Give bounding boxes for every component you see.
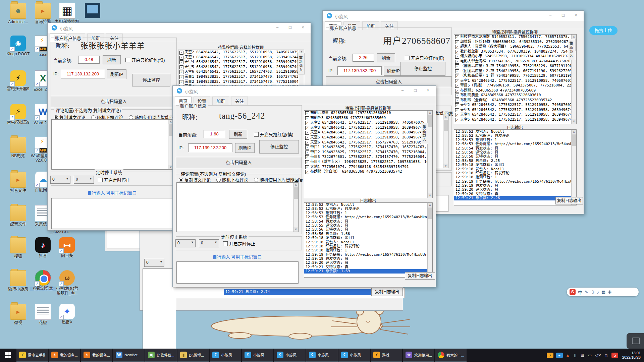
- checkbox-box[interactable]: [125, 58, 130, 62]
- refresh-button[interactable]: 刷新: [229, 130, 247, 139]
- group-row[interactable]: ✓天空2 6542846542, 1775622517, 5512910958,…: [178, 50, 304, 55]
- desktop-icon-weibo-whirlwind-folder[interactable]: 微博小旋风: [5, 270, 31, 292]
- scroll-up-arrow[interactable]: ∧: [428, 203, 432, 207]
- desktop-icon-sohu-folder[interactable]: 搜狐: [5, 237, 31, 259]
- window-titlebar[interactable]: 小旋风−□×: [173, 86, 436, 96]
- checked-checkbox-icon[interactable]: ✓: [455, 99, 459, 103]
- log-line[interactable]: 12:58:52 红包备注: 转发评论: [304, 207, 432, 211]
- checked-checkbox-icon[interactable]: ✓: [305, 121, 309, 125]
- chinese-mode-icon[interactable]: 中: [578, 289, 582, 295]
- log-scrollbar[interactable]: ∧∨: [427, 203, 432, 277]
- group-row[interactable]: ✓带目2 1984923825, 1775622517, 3734157470,…: [304, 150, 432, 155]
- checked-checkbox-icon[interactable]: ✓: [455, 35, 459, 39]
- group-row[interactable]: ✓天空4 6542846542, 1775622517, 5512910958,…: [304, 130, 432, 135]
- checked-checkbox-icon[interactable]: ✓: [455, 79, 459, 83]
- group-row[interactable]: ✓超家人｜真爱粉（各大项目） 5966596482, 7770252553, 6…: [454, 44, 576, 49]
- drag-upload-button[interactable]: 拖拽上传: [589, 26, 618, 35]
- checked-checkbox-icon[interactable]: ✓: [305, 160, 309, 164]
- balance-value[interactable]: 0.48: [78, 56, 100, 64]
- taskbar-item-9-bird[interactable]: ʕ小旋风: [274, 349, 306, 362]
- log-output-list[interactable]: 12:58:52 发包人: Ncoill12:58:52 红包备注: 转发评论1…: [304, 202, 433, 278]
- log-line[interactable]: 12:58:52 发包人: Ncoill: [454, 130, 576, 134]
- redpacket-only-checkbox[interactable]: 开启只抢红包(慎): [405, 55, 444, 61]
- log-line[interactable]: 12:58:53 任务链接: http://weibo.com/16592402…: [454, 142, 576, 146]
- checked-checkbox-icon[interactable]: ✓: [305, 141, 309, 145]
- scroll-up-arrow[interactable]: ∧: [572, 35, 576, 39]
- leidian-tray-icon[interactable]: ⚡: [547, 353, 553, 358]
- taskbar-item-7-bird[interactable]: ʕ小旋风: [210, 349, 241, 362]
- group-row[interactable]: ✓天空3 6542846542, 1775622517, 5512910958,…: [304, 125, 432, 130]
- log-line[interactable]: 12:59:19 任务链接: http://weibo.com/16574761…: [454, 180, 576, 184]
- night-mode-icon[interactable]: ☽: [591, 290, 595, 295]
- checked-checkbox-icon[interactable]: ✓: [305, 170, 309, 174]
- stop-monitor-button[interactable]: 停止监控: [132, 74, 170, 86]
- checked-checkbox-icon[interactable]: ✓: [305, 150, 309, 155]
- radio-circle-icon[interactable]: [179, 178, 183, 182]
- tab-关注[interactable]: 关注: [231, 97, 248, 105]
- log-line[interactable]: 12:59:18 红包备注: 转发评论: [454, 171, 576, 175]
- start-button[interactable]: [0, 349, 16, 362]
- fragment-log-highlight[interactable]: 12:59:21 总余额: 2.74: [224, 289, 372, 295]
- checked-checkbox-icon[interactable]: ✓: [305, 155, 309, 159]
- toolbox-icon[interactable]: ✚: [608, 290, 611, 295]
- checked-checkbox-icon[interactable]: ✓: [455, 118, 459, 122]
- alert-tray-icon[interactable]: ▲: [566, 353, 570, 358]
- group-row[interactable]: ✓天空3 6542846542, 1775622517, 5512910958,…: [178, 55, 304, 60]
- ip-value[interactable]: 117.139.132.200: [61, 70, 105, 78]
- mark-note-box[interactable]: [176, 261, 299, 284]
- mark-window-hint[interactable]: 自行输入 可用于标记窗口: [51, 189, 173, 196]
- desktop-icon-chrome-browser[interactable]: 谷歌浏览器: [30, 270, 56, 291]
- mark-note-box[interactable]: [51, 198, 173, 229]
- taskbar-item-12-game[interactable]: ⚡游戏: [371, 349, 402, 362]
- checkbox-box[interactable]: [98, 178, 103, 182]
- refresh-button[interactable]: 刷新: [377, 53, 395, 62]
- window-close-button[interactable]: ×: [571, 12, 581, 19]
- log-line[interactable]: 12:58:58 评论状态: 真: [454, 150, 576, 155]
- textarea-scrollbar[interactable]: ∧∨: [443, 115, 448, 168]
- desktop-icon-kingo-root[interactable]: ◉Kingo ROOT: [5, 36, 31, 56]
- group-row[interactable]: ✓天空4 6542846542, 1775622517, 5512910958,…: [178, 60, 304, 65]
- scroll-thumb[interactable]: [444, 120, 448, 131]
- mark-window-hint[interactable]: 自行输入 可用于标记窗口: [176, 253, 298, 260]
- group-row[interactable]: ✓数码粉丝群 3780537534, 6776330339, 104802727…: [454, 49, 576, 54]
- window-minimize-button[interactable]: −: [272, 24, 282, 31]
- group-row[interactable]: ✓带目1 1984923825, 1775622517, 3734157470,…: [304, 145, 432, 150]
- checkbox-box[interactable]: [405, 56, 410, 60]
- group-row[interactable]: ✓何去野的小甲 5245517993, 2101096334 482411816…: [454, 54, 576, 59]
- radio-lexicon-reply[interactable]: 随机使用词库智能回复: [254, 176, 303, 183]
- redpacket-only-checkbox[interactable]: 开启只抢红包(慎): [254, 131, 293, 137]
- log-line[interactable]: 12:59:18 红包备注: 转发评论: [304, 244, 432, 248]
- log-line[interactable]: 12:59:19 任务链接: http://weibo.com/16574761…: [304, 253, 432, 257]
- scroll-down-arrow[interactable]: ∨: [572, 119, 576, 124]
- reload-vertical-button[interactable]: 重新载入: [298, 53, 305, 74]
- group-row[interactable]: ✓天空5 6542846542, 1775622517, 5512910958,…: [304, 135, 432, 140]
- group-row[interactable]: ✓天空6 6542846542, 1775622517, 1657274763,…: [178, 69, 304, 74]
- window-close-button[interactable]: ×: [423, 87, 433, 94]
- scroll-down-arrow[interactable]: ∨: [443, 164, 448, 168]
- group-row[interactable]: ✓大地1 7770561074, 7794668118 481543639715…: [304, 165, 432, 170]
- window-maximize-button[interactable]: □: [558, 12, 568, 19]
- scroll-up-arrow[interactable]: ∧: [572, 130, 576, 134]
- log-line[interactable]: 12:59:19 转发状态: 真: [454, 184, 576, 188]
- log-line[interactable]: 12:58:55 评论状态: 真: [304, 224, 432, 228]
- log-scrollbar[interactable]: ∧∨: [571, 130, 576, 205]
- group-row[interactable]: ✓（团团高质量）2-群 7540249958, 6077191190, 5392…: [454, 69, 576, 74]
- checked-checkbox-icon[interactable]: ✓: [179, 70, 183, 74]
- window-maximize-button[interactable]: □: [285, 24, 295, 31]
- window-close-button[interactable]: ×: [298, 24, 308, 31]
- group-row[interactable]: ✓带目1 1984923825, 1775622517, 3734157470,…: [178, 74, 304, 79]
- group-row[interactable]: ✓天空2 6542846542, 1775622517, 5512910958,…: [304, 120, 432, 125]
- checked-checkbox-icon[interactable]: ✓: [305, 126, 309, 130]
- group-row[interactable]: ✓天空5 6542846542, 1775622517, 5512910958,…: [454, 117, 576, 122]
- checked-checkbox-icon[interactable]: ✓: [455, 103, 459, 107]
- scroll-thumb[interactable]: [294, 187, 298, 199]
- group-row[interactable]: ✓电影大爷金牌群 1997741165, 7036570383 47604443…: [454, 59, 576, 64]
- checked-checkbox-icon[interactable]: ✓: [305, 165, 309, 169]
- desktop-icon-config-folder[interactable]: 配置文件: [5, 205, 31, 227]
- log-line[interactable]: 12:59:21 艾特状态: 真: [304, 265, 432, 269]
- group-row[interactable]: ✓布朗熊（全自动） 6248365368 4797235230935742: [304, 169, 432, 174]
- log-line[interactable]: 12:58:53 任务链接: http://weibo.com/16592402…: [304, 215, 432, 219]
- checked-checkbox-icon[interactable]: ✓: [179, 56, 183, 60]
- taskbar-item-13-welcome[interactable]: ✿欢迎使用...: [403, 349, 434, 362]
- taskbar-item-14-chrome[interactable]: ◦强大的一...: [435, 349, 467, 362]
